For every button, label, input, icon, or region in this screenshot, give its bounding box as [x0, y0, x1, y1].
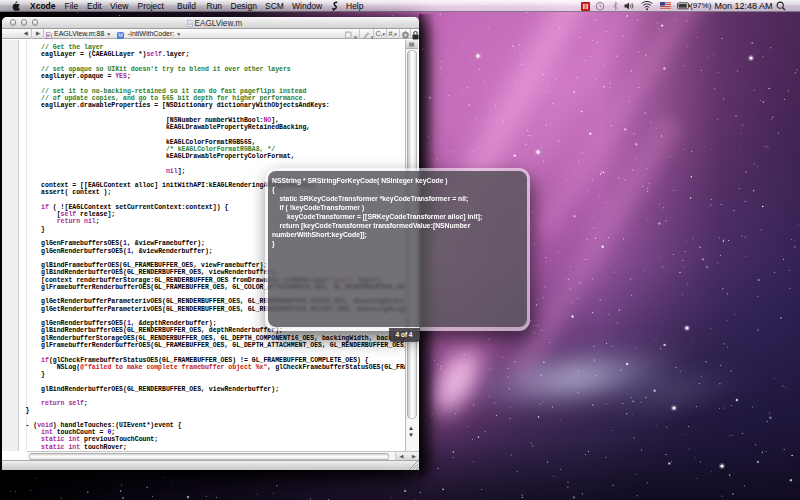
svg-text:M: M — [118, 32, 122, 38]
